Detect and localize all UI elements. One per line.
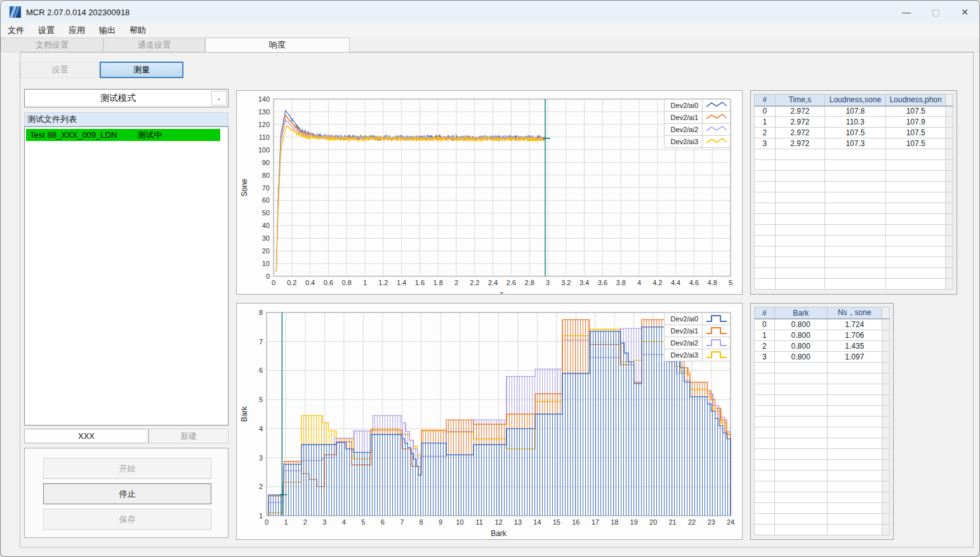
menu-output[interactable]: 输出 xyxy=(92,23,122,37)
table-row-empty[interactable] xyxy=(755,192,953,203)
table-row-empty[interactable] xyxy=(755,405,890,416)
table-cell: 110.3 xyxy=(824,117,885,128)
table-cell: 0.800 xyxy=(774,340,827,351)
stop-button[interactable]: 停止 xyxy=(43,483,211,504)
legend-swatch-icon xyxy=(703,313,731,325)
table-row-empty[interactable] xyxy=(755,160,953,171)
table-row-empty[interactable] xyxy=(755,448,890,459)
x-tick-label: 2 xyxy=(303,518,307,526)
table-row-empty[interactable] xyxy=(755,236,953,246)
x-tick-label: 4.4 xyxy=(671,279,680,286)
menu-apply[interactable]: 应用 xyxy=(62,23,92,37)
table-row[interactable]: 00.8001.724 xyxy=(755,319,890,330)
table-row-empty[interactable] xyxy=(755,470,890,481)
loudness-table[interactable]: #Time,sLoudness,soneLoudness,phon02.9721… xyxy=(754,94,953,290)
subtab-settings-button[interactable]: 设置 xyxy=(20,62,100,78)
legend-row[interactable]: Dev2/ai1 xyxy=(664,112,730,124)
table-row-empty[interactable] xyxy=(755,149,953,160)
x-tick-label: 1.4 xyxy=(397,279,406,286)
table-row-empty[interactable] xyxy=(755,438,890,448)
test-mode-select[interactable]: 测试模式 ⌄ xyxy=(24,89,228,107)
app-icon xyxy=(10,6,21,18)
close-button[interactable]: ✕ xyxy=(950,1,979,23)
table-row-empty[interactable] xyxy=(755,225,953,236)
table-row-empty[interactable] xyxy=(755,384,890,394)
table-row-empty[interactable] xyxy=(755,502,890,513)
x-tick-label: 1.2 xyxy=(378,279,388,286)
table-row-empty[interactable] xyxy=(755,214,953,225)
list-item[interactable]: Test 88_XXX_009_LDN 测试中 xyxy=(26,129,220,141)
y-tick-label: 30 xyxy=(262,234,270,242)
table-row-empty[interactable] xyxy=(755,524,890,535)
menu-help[interactable]: 帮助 xyxy=(122,23,153,37)
table-cell: 1.706 xyxy=(827,330,882,340)
menu-file[interactable]: 文件 xyxy=(1,23,31,37)
legend-row[interactable]: Dev2/ai2 xyxy=(664,124,730,136)
chevron-down-icon[interactable]: ⌄ xyxy=(211,91,227,105)
table-cell: 107.5 xyxy=(885,106,945,117)
x-tick-label: 14 xyxy=(533,518,541,526)
column-header: Time,s xyxy=(775,95,824,106)
bark-table[interactable]: #BarkNs，sone00.8001.72410.8001.70620.800… xyxy=(754,307,890,535)
legend-row[interactable]: Dev2/ai3 xyxy=(664,349,730,361)
table-cell: 107.5 xyxy=(885,138,945,149)
table-row-empty[interactable] xyxy=(755,492,890,502)
legend-row[interactable]: Dev2/ai0 xyxy=(664,100,730,112)
table-row[interactable]: 20.8001.435 xyxy=(755,340,890,351)
table-cell: 1.435 xyxy=(827,340,882,351)
subtab-measure-button[interactable]: 测量 xyxy=(100,62,183,78)
bark-table-container: #BarkNs，sone00.8001.72410.8001.70620.800… xyxy=(750,303,894,540)
table-row-empty[interactable] xyxy=(755,373,890,384)
x-tick-label: 4 xyxy=(342,518,346,526)
tab-channel-settings[interactable]: 通道设置 xyxy=(103,37,205,51)
x-tick-label: 1.6 xyxy=(415,279,425,286)
table-row[interactable]: 32.972107.3107.5 xyxy=(755,138,953,149)
x-tick-label: 9 xyxy=(439,518,442,526)
table-row-empty[interactable] xyxy=(755,394,890,405)
table-row-empty[interactable] xyxy=(755,481,890,492)
table-row[interactable]: 12.972110.3107.9 xyxy=(755,117,953,128)
table-row[interactable]: 22.972107.5107.5 xyxy=(755,128,953,138)
new-button[interactable]: 新建 xyxy=(149,429,228,443)
table-row-empty[interactable] xyxy=(755,203,953,214)
maximize-button[interactable]: ▢ xyxy=(921,1,950,23)
save-button[interactable]: 保存 xyxy=(43,509,211,530)
legend-row[interactable]: Dev2/ai3 xyxy=(664,136,730,148)
legend-row[interactable]: Dev2/ai1 xyxy=(664,325,730,337)
bark-spectrum-chart[interactable]: 0123456789101112131415161718192021222324… xyxy=(236,303,743,540)
table-row[interactable]: 30.8001.097 xyxy=(755,351,890,362)
test-file-list[interactable]: Test 88_XXX_009_LDN 测试中 xyxy=(24,126,228,426)
legend-row[interactable]: Dev2/ai0 xyxy=(664,313,730,325)
menu-settings[interactable]: 设置 xyxy=(31,23,62,37)
tab-document-settings[interactable]: 文档设置 xyxy=(1,37,103,51)
table-row[interactable]: 10.8001.706 xyxy=(755,330,890,340)
table-row-empty[interactable] xyxy=(755,459,890,470)
table-row-empty[interactable] xyxy=(755,416,890,427)
y-tick-label: 8 xyxy=(259,309,263,316)
table-row-empty[interactable] xyxy=(755,427,890,438)
table-row-empty[interactable] xyxy=(755,182,953,192)
table-row[interactable]: 02.972107.8107.5 xyxy=(755,106,953,117)
table-row-empty[interactable] xyxy=(755,279,953,290)
x-tick-label: 2.6 xyxy=(507,279,516,286)
tab-loudness[interactable]: 响度 xyxy=(205,37,350,52)
xxx-button[interactable]: XXX xyxy=(24,429,149,443)
minimize-button[interactable]: — xyxy=(892,1,921,23)
table-row-empty[interactable] xyxy=(755,268,953,279)
table-cell: 107.9 xyxy=(885,117,945,128)
legend-label: Dev2/ai1 xyxy=(664,112,702,124)
table-cell: 0.800 xyxy=(774,351,827,362)
table-row-empty[interactable] xyxy=(755,362,890,373)
loudness-time-chart[interactable]: 00.20.40.60.811.21.41.61.822.22.42.62.83… xyxy=(236,90,743,295)
table-row-empty[interactable] xyxy=(755,246,953,257)
table-row-empty[interactable] xyxy=(755,171,953,182)
table-row-empty[interactable] xyxy=(755,513,890,524)
legend-row[interactable]: Dev2/ai2 xyxy=(664,337,730,349)
file-status: 测试中 xyxy=(137,130,162,141)
x-tick-label: 3.8 xyxy=(616,279,626,286)
x-tick-label: 4 xyxy=(637,279,641,286)
column-header: Loudness,phon xyxy=(885,95,945,106)
x-tick-label: 2.4 xyxy=(488,279,498,286)
start-button[interactable]: 开始 xyxy=(43,458,211,479)
table-row-empty[interactable] xyxy=(755,257,953,268)
